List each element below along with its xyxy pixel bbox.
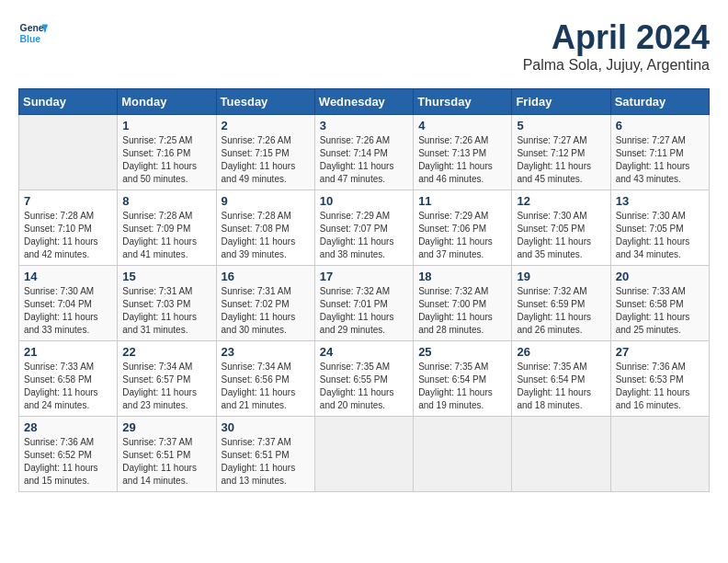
day-number: 10: [320, 194, 408, 208]
calendar-cell: 16Sunrise: 7:31 AM Sunset: 7:02 PM Dayli…: [216, 266, 314, 341]
day-header-sunday: Sunday: [19, 89, 118, 115]
day-header-thursday: Thursday: [414, 89, 512, 115]
day-number: 16: [222, 270, 310, 283]
cell-info: Sunrise: 7:26 AM Sunset: 7:14 PM Dayligh…: [320, 134, 408, 186]
cell-info: Sunrise: 7:35 AM Sunset: 6:54 PM Dayligh…: [418, 361, 506, 412]
location-subtitle: Palma Sola, Jujuy, Argentina: [523, 57, 710, 74]
day-number: 1: [122, 119, 210, 132]
calendar-cell: 12Sunrise: 7:30 AM Sunset: 7:05 PM Dayli…: [512, 190, 610, 266]
calendar-cell: 7Sunrise: 7:28 AM Sunset: 7:10 PM Daylig…: [19, 190, 118, 266]
calendar-cell: [314, 417, 413, 492]
day-header-wednesday: Wednesday: [314, 89, 413, 115]
day-number: 5: [517, 119, 605, 132]
calendar-cell: 6Sunrise: 7:27 AM Sunset: 7:11 PM Daylig…: [610, 115, 709, 190]
calendar-cell: 20Sunrise: 7:33 AM Sunset: 6:58 PM Dayli…: [610, 266, 709, 341]
day-number: 7: [24, 194, 112, 208]
logo-icon: General Blue: [18, 18, 48, 48]
calendar-cell: 5Sunrise: 7:27 AM Sunset: 7:12 PM Daylig…: [512, 115, 610, 190]
month-title: April 2024: [523, 18, 710, 57]
calendar-cell: 30Sunrise: 7:37 AM Sunset: 6:51 PM Dayli…: [216, 417, 314, 492]
day-number: 22: [122, 345, 210, 359]
day-header-tuesday: Tuesday: [216, 89, 314, 115]
title-block: April 2024 Palma Sola, Jujuy, Argentina: [523, 18, 710, 74]
calendar-cell: 13Sunrise: 7:30 AM Sunset: 7:05 PM Dayli…: [610, 190, 709, 266]
calendar-cell: 27Sunrise: 7:36 AM Sunset: 6:53 PM Dayli…: [610, 341, 709, 417]
svg-text:Blue: Blue: [20, 34, 41, 44]
cell-info: Sunrise: 7:30 AM Sunset: 7:04 PM Dayligh…: [24, 285, 112, 337]
day-header-friday: Friday: [512, 89, 610, 115]
cell-info: Sunrise: 7:32 AM Sunset: 6:59 PM Dayligh…: [517, 285, 605, 337]
day-header-monday: Monday: [118, 89, 216, 115]
calendar-cell: 29Sunrise: 7:37 AM Sunset: 6:51 PM Dayli…: [118, 417, 216, 492]
calendar-cell: 26Sunrise: 7:35 AM Sunset: 6:54 PM Dayli…: [512, 341, 610, 417]
calendar-cell: 8Sunrise: 7:28 AM Sunset: 7:09 PM Daylig…: [118, 190, 216, 266]
cell-info: Sunrise: 7:26 AM Sunset: 7:13 PM Dayligh…: [418, 134, 506, 186]
cell-info: Sunrise: 7:34 AM Sunset: 6:56 PM Dayligh…: [222, 361, 310, 412]
calendar-cell: 9Sunrise: 7:28 AM Sunset: 7:08 PM Daylig…: [216, 190, 314, 266]
calendar-cell: 28Sunrise: 7:36 AM Sunset: 6:52 PM Dayli…: [19, 417, 118, 492]
calendar-cell: [414, 417, 512, 492]
cell-info: Sunrise: 7:30 AM Sunset: 7:05 PM Dayligh…: [517, 210, 605, 261]
cell-info: Sunrise: 7:27 AM Sunset: 7:11 PM Dayligh…: [616, 134, 704, 186]
cell-info: Sunrise: 7:35 AM Sunset: 6:55 PM Dayligh…: [320, 361, 408, 412]
cell-info: Sunrise: 7:37 AM Sunset: 6:51 PM Dayligh…: [122, 436, 210, 488]
calendar-cell: 10Sunrise: 7:29 AM Sunset: 7:07 PM Dayli…: [314, 190, 413, 266]
cell-info: Sunrise: 7:32 AM Sunset: 7:01 PM Dayligh…: [320, 285, 408, 337]
day-number: 18: [418, 270, 506, 283]
cell-info: Sunrise: 7:30 AM Sunset: 7:05 PM Dayligh…: [616, 210, 704, 261]
day-number: 14: [24, 270, 112, 283]
calendar-cell: [19, 115, 118, 190]
cell-info: Sunrise: 7:32 AM Sunset: 7:00 PM Dayligh…: [418, 285, 506, 337]
day-number: 2: [222, 119, 310, 132]
calendar-cell: 21Sunrise: 7:33 AM Sunset: 6:58 PM Dayli…: [19, 341, 118, 417]
page-header: General Blue April 2024 Palma Sola, Juju…: [18, 18, 710, 74]
cell-info: Sunrise: 7:36 AM Sunset: 6:53 PM Dayligh…: [616, 361, 704, 412]
cell-info: Sunrise: 7:33 AM Sunset: 6:58 PM Dayligh…: [24, 361, 112, 412]
cell-info: Sunrise: 7:28 AM Sunset: 7:08 PM Dayligh…: [222, 210, 310, 261]
day-number: 12: [517, 194, 605, 208]
day-number: 25: [418, 345, 506, 359]
day-number: 17: [320, 270, 408, 283]
day-number: 15: [122, 270, 210, 283]
day-number: 24: [320, 345, 408, 359]
logo: General Blue: [18, 18, 48, 48]
day-number: 23: [222, 345, 310, 359]
calendar-cell: 14Sunrise: 7:30 AM Sunset: 7:04 PM Dayli…: [19, 266, 118, 341]
day-number: 27: [616, 345, 704, 359]
day-number: 13: [616, 194, 704, 208]
day-number: 21: [24, 345, 112, 359]
day-number: 26: [517, 345, 605, 359]
calendar-table: SundayMondayTuesdayWednesdayThursdayFrid…: [18, 88, 710, 492]
calendar-cell: 15Sunrise: 7:31 AM Sunset: 7:03 PM Dayli…: [118, 266, 216, 341]
calendar-cell: 3Sunrise: 7:26 AM Sunset: 7:14 PM Daylig…: [314, 115, 413, 190]
day-number: 19: [517, 270, 605, 283]
day-header-saturday: Saturday: [610, 89, 709, 115]
day-number: 11: [418, 194, 506, 208]
cell-info: Sunrise: 7:26 AM Sunset: 7:15 PM Dayligh…: [222, 134, 310, 186]
calendar-cell: 19Sunrise: 7:32 AM Sunset: 6:59 PM Dayli…: [512, 266, 610, 341]
calendar-cell: 17Sunrise: 7:32 AM Sunset: 7:01 PM Dayli…: [314, 266, 413, 341]
day-number: 3: [320, 119, 408, 132]
day-number: 20: [616, 270, 704, 283]
cell-info: Sunrise: 7:36 AM Sunset: 6:52 PM Dayligh…: [24, 436, 112, 488]
cell-info: Sunrise: 7:33 AM Sunset: 6:58 PM Dayligh…: [616, 285, 704, 337]
calendar-cell: 1Sunrise: 7:25 AM Sunset: 7:16 PM Daylig…: [118, 115, 216, 190]
cell-info: Sunrise: 7:29 AM Sunset: 7:07 PM Dayligh…: [320, 210, 408, 261]
cell-info: Sunrise: 7:31 AM Sunset: 7:02 PM Dayligh…: [222, 285, 310, 337]
calendar-cell: 25Sunrise: 7:35 AM Sunset: 6:54 PM Dayli…: [414, 341, 512, 417]
cell-info: Sunrise: 7:27 AM Sunset: 7:12 PM Dayligh…: [517, 134, 605, 186]
cell-info: Sunrise: 7:37 AM Sunset: 6:51 PM Dayligh…: [222, 436, 310, 488]
cell-info: Sunrise: 7:35 AM Sunset: 6:54 PM Dayligh…: [517, 361, 605, 412]
day-number: 8: [122, 194, 210, 208]
calendar-cell: 18Sunrise: 7:32 AM Sunset: 7:00 PM Dayli…: [414, 266, 512, 341]
cell-info: Sunrise: 7:25 AM Sunset: 7:16 PM Dayligh…: [122, 134, 210, 186]
day-number: 30: [222, 420, 310, 434]
calendar-cell: 23Sunrise: 7:34 AM Sunset: 6:56 PM Dayli…: [216, 341, 314, 417]
calendar-cell: [512, 417, 610, 492]
day-number: 9: [222, 194, 310, 208]
calendar-cell: [610, 417, 709, 492]
calendar-cell: 24Sunrise: 7:35 AM Sunset: 6:55 PM Dayli…: [314, 341, 413, 417]
day-number: 4: [418, 119, 506, 132]
day-number: 6: [616, 119, 704, 132]
calendar-cell: 4Sunrise: 7:26 AM Sunset: 7:13 PM Daylig…: [414, 115, 512, 190]
